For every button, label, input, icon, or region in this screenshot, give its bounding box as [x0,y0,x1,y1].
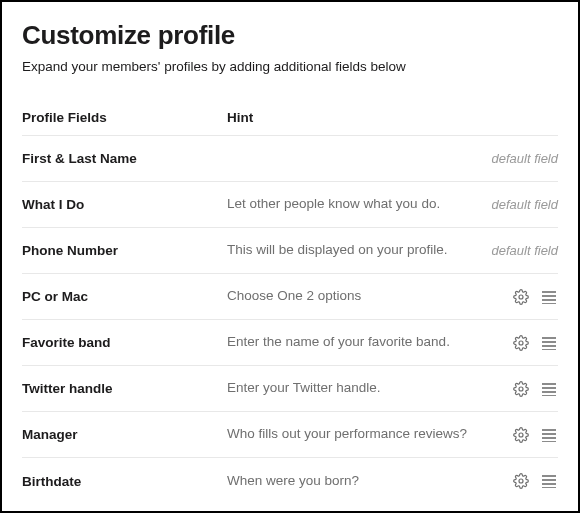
svg-point-15 [519,433,523,437]
field-hint: Choose One 2 options [227,287,512,305]
field-name: Phone Number [22,243,227,258]
reorder-icon[interactable] [540,380,558,398]
field-name: Manager [22,427,227,442]
gear-icon[interactable] [512,380,530,398]
field-name: Birthdate [22,474,227,489]
reorder-icon[interactable] [540,426,558,444]
table-row: What I Do Let other people know what you… [22,182,558,228]
table-row: PC or Mac Choose One 2 options [22,274,558,320]
default-field-tag: default field [492,197,559,212]
field-hint: Let other people know what you do. [227,195,492,213]
field-hint: When were you born? [227,472,512,490]
field-hint: Enter the name of your favorite band. [227,333,512,351]
gear-icon[interactable] [512,426,530,444]
svg-point-5 [519,341,523,345]
table-row: First & Last Name default field [22,136,558,182]
default-field-tag: default field [492,151,559,166]
field-hint: Enter your Twitter handle. [227,379,512,397]
table-header: Profile Fields Hint [22,102,558,136]
gear-icon[interactable] [512,334,530,352]
profile-fields-table: Profile Fields Hint First & Last Name de… [22,102,558,504]
page-subtitle: Expand your members' profiles by adding … [22,59,558,74]
field-name: What I Do [22,197,227,212]
table-row: Manager Who fills out your performance r… [22,412,558,458]
gear-icon[interactable] [512,288,530,306]
field-name: Twitter handle [22,381,227,396]
table-row: Birthdate When were you born? [22,458,558,504]
svg-point-10 [519,387,523,391]
field-name: PC or Mac [22,289,227,304]
table-row: Favorite band Enter the name of your fav… [22,320,558,366]
svg-point-20 [519,479,523,483]
field-hint: This will be displayed on your profile. [227,241,492,259]
col-header-name: Profile Fields [22,110,227,125]
table-row: Twitter handle Enter your Twitter handle… [22,366,558,412]
page-title: Customize profile [22,20,558,51]
gear-icon[interactable] [512,472,530,490]
field-name: First & Last Name [22,151,227,166]
field-name: Favorite band [22,335,227,350]
reorder-icon[interactable] [540,334,558,352]
field-hint: Who fills out your performance reviews? [227,425,512,443]
col-header-hint: Hint [227,110,558,125]
reorder-icon[interactable] [540,472,558,490]
reorder-icon[interactable] [540,288,558,306]
table-row: Phone Number This will be displayed on y… [22,228,558,274]
svg-point-0 [519,295,523,299]
default-field-tag: default field [492,243,559,258]
